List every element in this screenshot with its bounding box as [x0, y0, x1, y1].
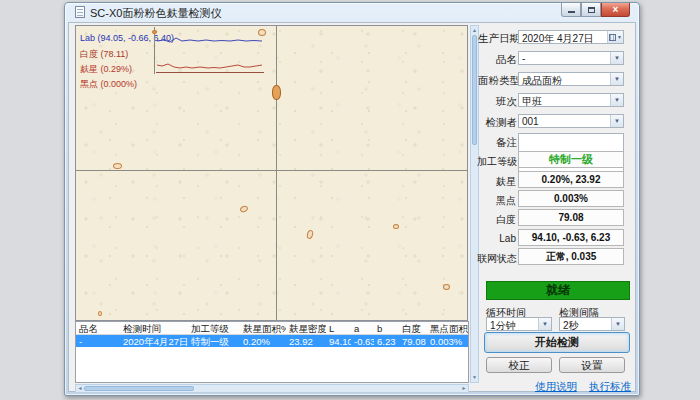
col-product: 品名: [76, 322, 120, 334]
vertical-scroll-thumb[interactable]: [472, 35, 477, 145]
date-picker-button[interactable]: ▼: [607, 31, 623, 43]
cycle-time-select[interactable]: 1分钟 ▼: [486, 317, 552, 331]
bran-speck: [443, 284, 450, 290]
chevron-down-icon: ▼: [610, 52, 623, 64]
app-icon: [75, 6, 85, 18]
window-controls: ×: [561, 3, 630, 17]
network-status-value: 正常, 0.035: [518, 248, 624, 265]
bran-trend-line: [157, 64, 262, 68]
lab-trend-line: [157, 38, 262, 42]
bran-speck: [98, 311, 102, 316]
grade-label: 加工等级: [477, 155, 516, 169]
overlay-black-value: 黑点 (0.000%): [80, 78, 137, 91]
cell-L: 94.10: [326, 335, 351, 347]
maximize-icon: [588, 7, 595, 13]
start-detection-button[interactable]: 开始检测: [484, 332, 630, 353]
cell-product: -: [76, 335, 120, 347]
shift-value: 甲班: [522, 96, 542, 107]
control-panel: 生产日期 2020年 4月27日 ▼ 品名 - ▼ 面粉类型 成品面粉 ▼ 班次…: [482, 25, 635, 392]
chevron-down-icon: ▼: [610, 115, 623, 127]
crosshair-vertical-line: [276, 26, 277, 320]
cell-whiteness: 79.08: [399, 335, 427, 347]
trend-chart: [154, 26, 267, 76]
cell-bran-area: 0.20%: [240, 335, 286, 347]
shift-label: 班次: [478, 95, 517, 109]
col-a: a: [351, 322, 374, 334]
flour-image: Lab (94.05, -0.66, 6.40) 白度 (78.11) 麸星 (…: [75, 25, 468, 321]
production-date-field[interactable]: 2020年 4月27日 ▼: [518, 30, 624, 44]
title-bar[interactable]: SC-X0面粉粉色麸量检测仪 ×: [65, 3, 639, 22]
scroll-up-icon[interactable]: ▲: [471, 27, 478, 34]
cell-black-area: 0.003%: [427, 335, 468, 347]
bran-value: 0.20%, 23.92: [518, 171, 624, 188]
inspector-select[interactable]: 001 ▼: [518, 114, 624, 128]
product-name-value: -: [522, 53, 525, 64]
lab-label: Lab: [477, 233, 516, 244]
lab-value: 94.10, -0.63, 6.23: [518, 229, 624, 246]
black-spot-value: 0.003%: [518, 190, 624, 207]
cell-bran-density: 23.92: [286, 335, 326, 347]
calibrate-button[interactable]: 校正: [486, 357, 552, 373]
col-time: 检测时间: [120, 322, 188, 334]
bran-speck: [258, 29, 266, 36]
col-whiteness: 白度: [399, 322, 427, 334]
results-table: 品名 检测时间 加工等级 麸星面积% 麸星密度 L a b 白度 黑点面积% -…: [75, 321, 469, 383]
product-name-select[interactable]: - ▼: [518, 51, 624, 65]
overlay-bran-value: 麸星 (0.29%): [80, 63, 132, 76]
col-black-area: 黑点面积%: [427, 322, 468, 334]
bran-speck: [152, 30, 157, 34]
chevron-down-icon: ▼: [617, 34, 622, 40]
overlay-whiteness-value: 白度 (78.11): [80, 48, 128, 61]
chevron-down-icon: ▼: [610, 94, 623, 106]
cell-time: 2020年4月27日 11:10: [120, 335, 188, 347]
crosshair-horizontal-line: [76, 170, 467, 171]
interval-select[interactable]: 2秒 ▼: [559, 317, 625, 331]
flour-type-select[interactable]: 成品面粉 ▼: [518, 72, 624, 86]
standard-link[interactable]: 执行标准: [589, 380, 631, 392]
cell-grade: 特制一级: [188, 335, 240, 347]
maximize-button[interactable]: [581, 3, 601, 17]
flour-type-label: 面粉类型: [478, 74, 517, 88]
app-window: SC-X0面粉粉色麸量检测仪 × Lab (94.05, -0.66, 6.40…: [64, 2, 640, 396]
calendar-icon: [609, 34, 616, 41]
bran-label: 麸星: [477, 175, 516, 189]
product-name-label: 品名: [478, 53, 517, 67]
production-date-value: 2020年 4月27日: [522, 33, 594, 44]
bran-speck: [272, 85, 281, 100]
horizontal-scrollbar[interactable]: ◄ ►: [75, 384, 469, 393]
col-L: L: [326, 322, 351, 334]
shift-select[interactable]: 甲班 ▼: [518, 93, 624, 107]
scroll-left-icon[interactable]: ◄: [76, 385, 84, 392]
inspector-value: 001: [522, 116, 539, 127]
col-grade: 加工等级: [188, 322, 240, 334]
close-icon: ×: [613, 5, 619, 15]
manual-link[interactable]: 使用说明: [535, 380, 577, 392]
network-status-label: 联网状态: [477, 252, 516, 266]
bran-speck: [306, 229, 314, 239]
production-date-label: 生产日期: [478, 32, 517, 46]
client-area: Lab (94.05, -0.66, 6.40) 白度 (78.11) 麸星 (…: [68, 22, 636, 392]
col-bran-density: 麸星密度: [286, 322, 326, 334]
status-badge: 就绪: [486, 281, 630, 300]
scroll-down-icon[interactable]: ▼: [471, 374, 478, 381]
footer-links: 使用说明 执行标准: [526, 380, 631, 394]
horizontal-scroll-thumb[interactable]: [84, 386, 194, 391]
col-bran-area: 麸星面积%: [240, 322, 286, 334]
whiteness-label: 白度: [477, 213, 516, 227]
bran-speck: [393, 224, 399, 229]
whiteness-value: 79.08: [518, 209, 624, 226]
inspector-label: 检测者: [478, 116, 517, 130]
col-b: b: [374, 322, 399, 334]
cycle-time-value: 1分钟: [490, 320, 516, 331]
flour-type-value: 成品面粉: [522, 75, 562, 86]
black-spot-label: 黑点: [477, 194, 516, 208]
interval-value: 2秒: [563, 320, 579, 331]
minimize-button[interactable]: [561, 3, 581, 17]
cell-b: 6.23: [374, 335, 399, 347]
settings-button[interactable]: 设置: [559, 357, 625, 373]
close-button[interactable]: ×: [601, 3, 630, 17]
window-title: SC-X0面粉粉色麸量检测仪: [90, 6, 221, 21]
scroll-right-icon[interactable]: ►: [460, 385, 468, 392]
chevron-down-icon: ▼: [611, 318, 624, 330]
table-row[interactable]: - 2020年4月27日 11:10 特制一级 0.20% 23.92 94.1…: [76, 335, 468, 347]
